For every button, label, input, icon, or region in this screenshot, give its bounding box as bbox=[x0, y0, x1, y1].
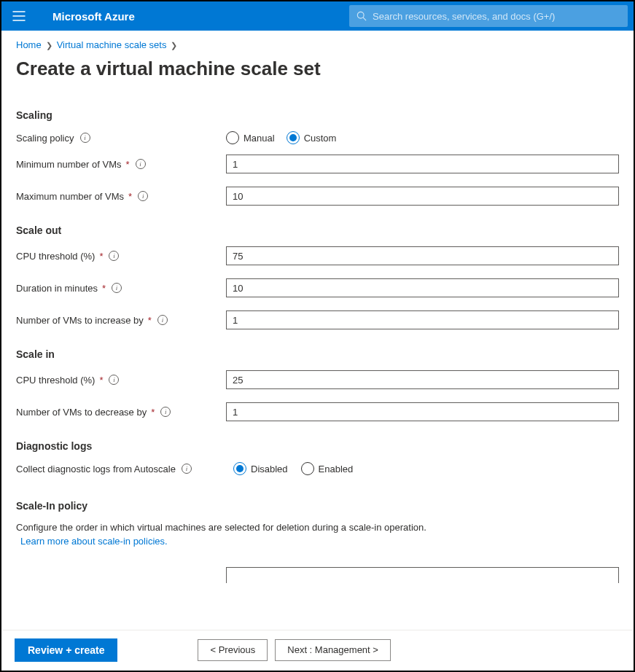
row-scalein-decrease: Number of VMs to decrease by* i bbox=[16, 402, 619, 421]
max-vms-label-text: Maximum number of VMs bbox=[16, 191, 124, 202]
radio-diag-disabled[interactable]: Disabled bbox=[233, 462, 288, 475]
info-icon[interactable]: i bbox=[109, 251, 119, 261]
row-diag-collect: Collect diagnostic logs from Autoscale i… bbox=[16, 462, 619, 475]
scalein-policy-desc: Configure the order in which virtual mac… bbox=[16, 522, 619, 533]
info-icon[interactable]: i bbox=[138, 191, 148, 201]
row-max-vms: Maximum number of VMs* i bbox=[16, 187, 619, 206]
info-icon[interactable]: i bbox=[136, 159, 146, 169]
label-scaleout-increase: Number of VMs to increase by* i bbox=[16, 315, 226, 326]
brand-label: Microsoft Azure bbox=[52, 10, 135, 23]
info-icon[interactable]: i bbox=[80, 133, 90, 143]
svg-point-0 bbox=[357, 12, 364, 18]
radio-label-manual: Manual bbox=[244, 133, 275, 144]
scalein-policy-learn-more-link[interactable]: Learn more about scale-in policies. bbox=[20, 536, 168, 547]
next-button[interactable]: Next : Management > bbox=[275, 639, 391, 661]
global-search[interactable] bbox=[349, 5, 628, 27]
input-scaleout-cpu[interactable] bbox=[226, 246, 619, 265]
section-heading-scaling: Scaling bbox=[16, 109, 619, 121]
radio-diag-enabled[interactable]: Enabled bbox=[301, 462, 354, 475]
radio-label-disabled: Disabled bbox=[251, 464, 288, 474]
chevron-right-icon: ❯ bbox=[46, 41, 52, 50]
required-asterisk: * bbox=[125, 159, 129, 170]
required-asterisk: * bbox=[128, 191, 132, 202]
input-max-vms[interactable] bbox=[226, 187, 619, 206]
breadcrumb-home[interactable]: Home bbox=[16, 39, 42, 50]
label-max-vms: Maximum number of VMs* i bbox=[16, 191, 226, 202]
breadcrumb: Home ❯ Virtual machine scale sets ❯ bbox=[16, 39, 619, 50]
label-scalein-decrease: Number of VMs to decrease by* i bbox=[16, 407, 226, 418]
radio-scaling-manual[interactable]: Manual bbox=[226, 131, 275, 144]
content-area: Home ❯ Virtual machine scale sets ❯ Crea… bbox=[1, 31, 634, 630]
radio-scaling-custom[interactable]: Custom bbox=[287, 131, 337, 144]
scaling-policy-label-text: Scaling policy bbox=[16, 133, 74, 144]
label-min-vms: Minimum number of VMs* i bbox=[16, 159, 226, 170]
info-icon[interactable]: i bbox=[182, 464, 192, 474]
input-scaleout-increase[interactable] bbox=[226, 310, 619, 329]
chevron-right-icon: ❯ bbox=[171, 41, 177, 50]
label-diag-collect: Collect diagnostic logs from Autoscale i bbox=[16, 464, 246, 474]
label-cutoff bbox=[16, 567, 226, 581]
label-scaleout-duration: Duration in minutes* i bbox=[16, 283, 226, 294]
input-scaleout-duration[interactable] bbox=[226, 278, 619, 297]
info-icon[interactable]: i bbox=[109, 375, 119, 385]
row-scaleout-increase: Number of VMs to increase by* i bbox=[16, 310, 619, 329]
row-cutoff bbox=[16, 567, 619, 583]
select-value-cutoff bbox=[233, 571, 235, 582]
label-scalein-cpu: CPU threshold (%)* i bbox=[16, 375, 226, 386]
required-asterisk: * bbox=[102, 283, 106, 294]
scaling-policy-options: Manual Custom bbox=[226, 131, 619, 144]
search-icon bbox=[357, 11, 367, 21]
required-asterisk: * bbox=[151, 407, 155, 418]
input-min-vms[interactable] bbox=[226, 155, 619, 173]
review-create-button[interactable]: Review + create bbox=[15, 638, 117, 662]
scaleout-duration-label-text: Duration in minutes bbox=[16, 283, 98, 294]
section-heading-diagnostic: Diagnostic logs bbox=[16, 440, 619, 452]
scalein-cpu-label-text: CPU threshold (%) bbox=[16, 375, 95, 386]
diag-options: Disabled Enabled bbox=[246, 462, 619, 475]
section-heading-scalein-policy: Scale-In policy bbox=[16, 500, 619, 512]
radio-label-custom: Custom bbox=[304, 133, 337, 144]
radio-icon bbox=[301, 462, 314, 475]
info-icon[interactable]: i bbox=[157, 315, 168, 325]
row-min-vms: Minimum number of VMs* i bbox=[16, 155, 619, 173]
global-search-input[interactable] bbox=[373, 11, 620, 22]
input-scalein-decrease[interactable] bbox=[226, 402, 619, 421]
info-icon[interactable]: i bbox=[160, 407, 171, 417]
page-title: Create a virtual machine scale set bbox=[16, 58, 619, 80]
row-scaling-policy: Scaling policy i Manual Custom bbox=[16, 131, 619, 144]
scaleout-increase-label-text: Number of VMs to increase by bbox=[16, 315, 144, 326]
hamburger-icon bbox=[12, 9, 26, 23]
top-bar: Microsoft Azure bbox=[1, 1, 634, 31]
scalein-decrease-label-text: Number of VMs to decrease by bbox=[16, 407, 147, 418]
required-asterisk: * bbox=[148, 315, 152, 326]
select-scalein-policy[interactable] bbox=[226, 567, 619, 583]
radio-icon bbox=[287, 131, 300, 144]
radio-icon bbox=[226, 131, 239, 144]
svg-line-1 bbox=[363, 17, 366, 20]
input-scalein-cpu[interactable] bbox=[226, 370, 619, 389]
row-scalein-cpu: CPU threshold (%)* i bbox=[16, 370, 619, 389]
breadcrumb-vmss[interactable]: Virtual machine scale sets bbox=[57, 39, 167, 50]
wizard-footer: Review + create < Previous Next : Manage… bbox=[3, 630, 632, 669]
row-scaleout-cpu: CPU threshold (%)* i bbox=[16, 246, 619, 265]
required-asterisk: * bbox=[99, 251, 103, 262]
label-scaleout-cpu: CPU threshold (%)* i bbox=[16, 251, 226, 262]
info-icon[interactable]: i bbox=[112, 283, 122, 293]
scaleout-cpu-label-text: CPU threshold (%) bbox=[16, 251, 95, 262]
required-asterisk: * bbox=[99, 375, 103, 386]
hamburger-menu-button[interactable] bbox=[7, 4, 31, 28]
row-scaleout-duration: Duration in minutes* i bbox=[16, 278, 619, 297]
min-vms-label-text: Minimum number of VMs bbox=[16, 159, 121, 170]
radio-label-enabled: Enabled bbox=[319, 464, 354, 474]
radio-icon bbox=[233, 462, 246, 475]
previous-button[interactable]: < Previous bbox=[198, 639, 268, 661]
diag-collect-label-text: Collect diagnostic logs from Autoscale bbox=[16, 464, 176, 474]
section-heading-scale-out: Scale out bbox=[16, 224, 619, 236]
section-heading-scale-in: Scale in bbox=[16, 348, 619, 360]
form-body: Scaling Scaling policy i Manual Custom M… bbox=[16, 109, 619, 630]
label-scaling-policy: Scaling policy i bbox=[16, 133, 226, 144]
